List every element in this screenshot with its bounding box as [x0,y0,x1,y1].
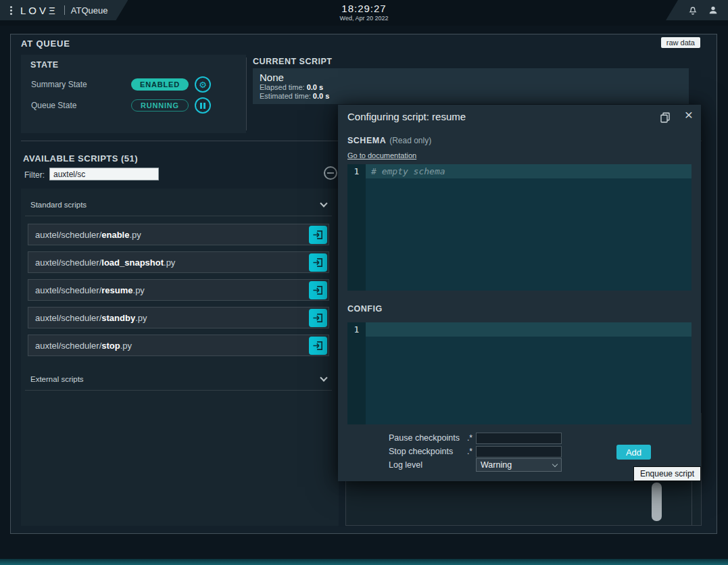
launch-script-button[interactable] [309,281,327,299]
elapsed-time-value: 0.0 s [307,83,323,91]
script-ext: .py [164,257,175,268]
estimated-time-value: 0.0 s [313,92,329,100]
script-path: auxtel/scheduler/ [35,313,101,323]
app-title: ATQueue [71,5,108,16]
launch-script-button[interactable] [309,253,327,272]
kebab-menu-icon[interactable] [8,4,14,17]
love-logo: LOVΞ [20,5,58,16]
script-path: auxtel/scheduler/ [35,341,101,351]
stop-checkpoints-input[interactable] [476,446,562,458]
standard-scripts-header[interactable]: Standard scripts [28,199,329,210]
log-level-value: Warning [481,460,512,470]
available-scripts-title: AVAILABLE SCRIPTS (51) [23,153,138,164]
script-ext: .py [120,341,132,351]
add-button[interactable]: Add [616,445,651,460]
pause-checkpoints-input[interactable] [476,433,562,444]
schema-readonly-note: (Read only) [389,136,431,145]
current-script-card: None Elapsed time:0.0 s Estimated time:0… [253,68,689,104]
log-level-row: Log level Warning [389,459,562,471]
estimated-time-label: Estimated time: [260,92,311,100]
raw-data-button[interactable]: raw data [661,37,700,48]
active-line: # empty schema [366,164,691,178]
schema-code-area: # empty schema [366,164,691,291]
line-number-gutter: 1 [347,164,366,291]
enqueue-script-button[interactable]: Enqueue script [633,466,701,481]
elapsed-time-label: Elapsed time: [260,83,305,91]
external-scripts-header[interactable]: External scripts [28,374,329,385]
launch-script-button[interactable] [309,309,327,327]
top-bar-right [666,0,728,20]
group-label: External scripts [30,375,84,383]
script-row: auxtel/scheduler/load_snapshot.py [28,251,329,273]
queue-state-row: Queue State RUNNING [31,97,211,114]
documentation-link[interactable]: Go to documentation [347,151,416,159]
pause-checkpoints-row: Pause checkpoints .* [389,432,562,444]
log-level-label: Log level [389,460,464,470]
bell-icon [687,5,698,16]
top-bar-left: LOVΞ ATQueue [0,0,128,20]
scrollbar[interactable] [652,483,662,521]
launch-script-icon [312,340,324,351]
clock: 18:29:27 Wed, Apr 20 2022 [340,3,389,22]
pause-queue-button[interactable] [195,97,211,114]
notifications-button[interactable] [687,5,698,16]
schema-title: SCHEMA [347,136,386,145]
date-display: Wed, Apr 20 2022 [340,15,389,22]
filter-input[interactable] [49,168,159,180]
script-ext: .py [135,313,147,323]
stop-checkpoints-label: Stop checkpoints [389,447,464,456]
script-name: resume [101,285,132,295]
user-icon [708,5,719,16]
launch-script-icon [312,257,324,268]
line-number-gutter: 1 [347,322,366,424]
log-level-select[interactable]: Warning [476,458,562,472]
time-display: 18:29:27 [340,3,389,14]
script-row: auxtel/scheduler/enable.py [28,224,329,245]
bottom-accent-bar [0,559,728,565]
config-title: CONFIG [347,304,383,314]
pause-checkpoints-label: Pause checkpoints [389,433,464,443]
top-bar: LOVΞ ATQueue 18:29:27 Wed, Apr 20 2022 [0,0,728,26]
summary-state-label: Summary State [31,80,131,89]
collapse-panel-button[interactable] [324,166,337,180]
configure-script-dialog: Configuring script: resume × SCHEMA(Read… [338,105,701,481]
state-settings-button[interactable]: ⚙ [195,76,211,93]
close-button[interactable]: × [685,107,693,122]
state-title: STATE [30,60,59,70]
schema-editor[interactable]: 1 # empty schema [347,164,691,291]
script-row: auxtel/scheduler/resume.py [28,279,329,301]
page-title: AT QUEUE [21,39,70,49]
close-icon: × [685,107,693,122]
state-section: STATE Summary State ENABLED ⚙ Queue Stat… [21,55,246,133]
gear-icon: ⚙ [199,80,207,89]
pause-regex-hint: .* [464,433,475,443]
pause-icon [200,103,205,109]
divider [25,216,332,216]
script-name: enable [101,230,129,240]
summary-state-badge: ENABLED [131,78,189,91]
script-path: auxtel/scheduler/ [35,230,101,240]
launch-script-button[interactable] [309,226,327,244]
available-scripts-list: Standard scripts auxtel/scheduler/enable… [21,189,339,526]
queue-state-label: Queue State [31,101,131,110]
user-menu-button[interactable] [708,5,719,16]
chevron-down-icon [320,374,327,381]
script-path: auxtel/scheduler/ [35,257,101,268]
script-row: auxtel/scheduler/standby.py [28,307,329,328]
queue-state-badge: RUNNING [131,99,189,112]
launch-script-icon [312,285,324,296]
modal-title: Configuring script: resume [347,111,466,122]
stop-checkpoints-row: Stop checkpoints .* [389,445,562,458]
current-script-title: CURRENT SCRIPT [253,57,332,66]
copy-config-button[interactable] [659,112,671,126]
config-editor[interactable]: 1 [347,322,691,424]
minus-circle-icon [327,172,334,174]
launch-script-button[interactable] [309,337,327,355]
launch-script-icon [312,229,324,241]
script-ext: .py [133,285,145,295]
copy-icon [659,112,671,124]
divider [25,390,332,391]
group-label: Standard scripts [30,201,87,209]
line-number: 1 [347,322,366,337]
chevron-down-icon [552,461,558,466]
